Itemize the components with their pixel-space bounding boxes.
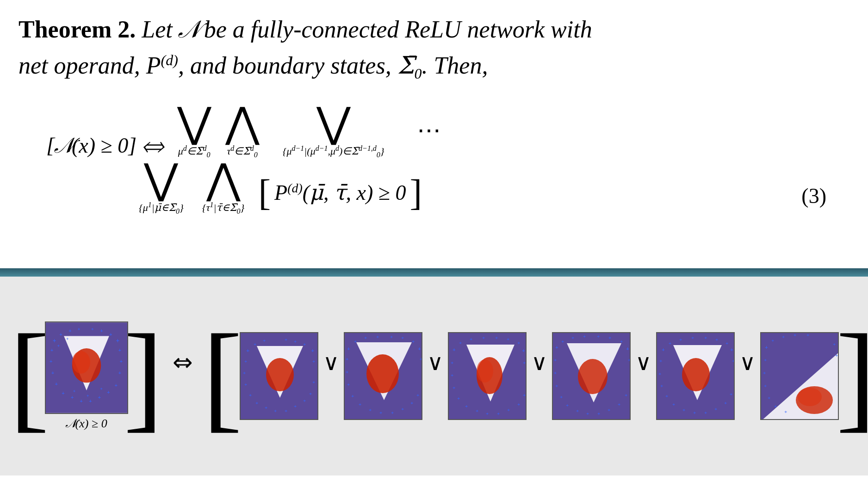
svg-text:+: + [100,328,103,334]
or-3: ∨ [531,349,547,375]
svg-text:+: + [453,385,455,390]
svg-text:+: + [555,383,558,389]
svg-point-3 [72,351,90,374]
svg-text:+: + [691,335,694,340]
svg-text:+: + [730,346,733,353]
rhs-image-1: + + + + + + + + + + + + + + + + + + + + [240,332,318,420]
svg-text:+: + [244,358,247,364]
formula-lhs: [𝒩(x) ≥ 0] ⟺ . [46,133,163,159]
main-image-container: + + + + + + + + + + + + + + + + + [45,321,128,431]
svg-text:+: + [285,337,287,342]
svg-text:+: + [555,344,558,351]
bottom-iff-symbol: ⇔ [173,348,193,376]
svg-text:+: + [401,406,404,412]
bottom-section: [ + + + + + + + [0,277,868,475]
theorem-label: Theorem 2. [19,16,136,43]
svg-text:+: + [457,395,460,401]
svg-text:+: + [376,334,379,340]
rhs-svg-1: + + + + + + + + + + + + + + + + + + + + [241,333,318,420]
svg-text:+: + [254,341,256,347]
svg-point-103 [578,359,608,394]
svg-text:+: + [80,398,83,404]
lhs-visual: [ + + + + + + + [9,316,163,436]
svg-text:+: + [311,347,314,354]
svg-text:+: + [583,333,586,339]
svg-text:+: + [459,340,462,346]
big-and-1: ⋀ τd∈Σ̄d0 [225,102,260,159]
svg-text:+: + [620,339,623,344]
svg-text:+: + [522,347,525,354]
svg-point-56 [366,354,399,393]
or-1-subscript: μd∈Σ̄d0 [178,144,211,159]
svg-text:+: + [794,333,796,338]
svg-text:+: + [285,408,287,414]
svg-text:+: + [672,401,675,407]
svg-text:+: + [771,338,774,343]
svg-text:+: + [77,326,80,332]
svg-text:+: + [50,347,53,353]
svg-text:+: + [359,401,361,407]
svg-text:+: + [628,357,631,363]
outer-bracket-left: [ [9,316,50,436]
svg-text:+: + [88,398,92,404]
svg-text:+: + [70,395,74,401]
svg-text:+: + [57,343,60,348]
svg-text:+: + [597,411,600,416]
svg-text:+: + [669,340,671,346]
svg-text:+: + [55,381,58,387]
svg-text:+: + [420,356,422,362]
svg-text:+: + [571,335,574,340]
svg-text:+: + [784,409,787,414]
svg-text:+: + [704,410,707,415]
bracket-expression: [ P(d)(μ̄, τ̄, x) ≥ 0 ] [258,174,422,211]
svg-text:+: + [597,333,600,339]
svg-point-150 [798,388,822,406]
svg-text:+: + [91,326,93,332]
outer-bracket-right: ] [124,316,164,436]
svg-text:+: + [608,335,611,340]
svg-text:+: + [114,383,118,389]
svg-text:+: + [764,383,767,389]
ellipsis: ⋯ [417,116,445,145]
svg-text:+: + [470,336,472,342]
svg-text:+: + [763,370,766,376]
svg-text:+: + [453,346,456,353]
and-2-subscript: {τ1|τ̄∈Σ̄0} [202,200,245,216]
svg-text:+: + [51,370,54,376]
main-viz-image: + + + + + + + + + + + + + + + + + [45,321,128,414]
theorem-text: Let 𝒩 be a fully-connected ReLU network … [142,16,592,43]
svg-text:+: + [309,391,312,396]
svg-text:+: + [704,335,707,340]
svg-text:+: + [410,400,413,406]
svg-text:+: + [626,346,629,352]
svg-text:+: + [774,403,777,409]
theorem-line2: net operand, P(d), and boundary states, … [19,50,849,84]
svg-text:+: + [346,356,348,362]
svg-text:+: + [693,410,696,415]
svg-text:+: + [682,407,685,413]
svg-text:+: + [495,335,498,340]
svg-text:+: + [764,357,767,363]
rhs-svg-3: + + + + + + + + + + + + + + + + + + + + [449,333,527,420]
svg-text:+: + [659,358,662,364]
svg-text:+: + [507,407,510,413]
svg-text:+: + [714,406,717,412]
svg-text:+: + [476,408,478,414]
section-divider [0,268,868,277]
svg-text:+: + [576,408,579,414]
svg-text:+: + [507,336,509,342]
svg-text:+: + [118,370,121,376]
svg-text:+: + [625,392,627,398]
svg-text:+: + [401,335,404,340]
or-1: ∨ [323,349,339,375]
formula-area: [𝒩(x) ≥ 0] ⟺ . ⋁ μd∈Σ̄d0 ⋀ τd∈Σ̄d0 ⋁ {μd… [19,102,849,216]
svg-text:+: + [833,341,836,347]
svg-text:+: + [312,358,315,364]
rhs-bracket-left: [ [202,316,242,436]
svg-text:+: + [679,337,682,342]
svg-text:+: + [835,352,838,358]
svg-text:+: + [451,360,453,365]
equation-number: (3) [801,183,826,209]
svg-text:+: + [412,339,415,344]
svg-text:+: + [66,336,69,341]
